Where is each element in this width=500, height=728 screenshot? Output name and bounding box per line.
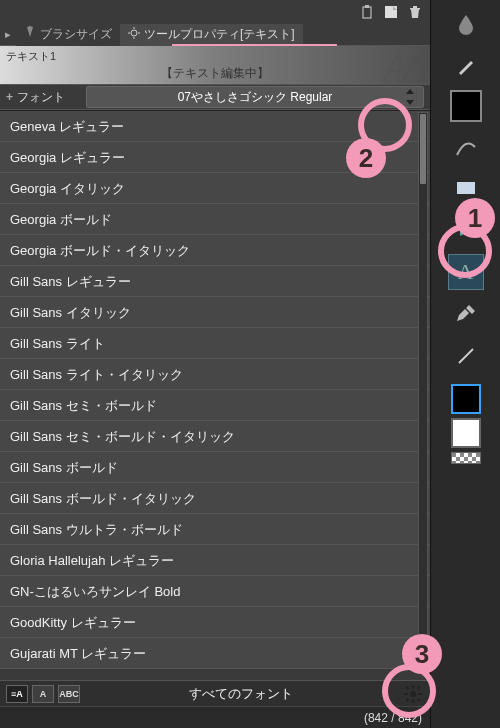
svg-rect-2 — [385, 6, 397, 18]
triangle-icon[interactable] — [446, 212, 486, 248]
secondary-color[interactable] — [451, 418, 481, 448]
view-mode-b-icon[interactable]: A — [32, 685, 54, 703]
svg-rect-15 — [406, 698, 410, 702]
clipboard-icon[interactable] — [358, 3, 376, 21]
decorative-a-icon: AA — [383, 44, 422, 92]
text-header: テキスト1 AA 【テキスト編集中】 — [0, 46, 430, 84]
water-icon[interactable] — [446, 6, 486, 42]
rect-tool-icon[interactable] — [446, 170, 486, 206]
font-stepper[interactable] — [406, 89, 420, 105]
primary-color[interactable] — [451, 384, 481, 414]
text-tool-icon[interactable]: A — [448, 254, 484, 290]
svg-rect-1 — [365, 5, 369, 8]
svg-line-18 — [459, 349, 473, 363]
font-item[interactable]: GN-こはるいろサンレイ Bold — [0, 576, 430, 607]
font-item[interactable]: Gill Sans ライト — [0, 328, 430, 359]
view-mode-a-icon[interactable]: ≡A — [6, 685, 28, 703]
font-item[interactable]: Gill Sans ウルトラ・ボールド — [0, 514, 430, 545]
stepper-down-icon[interactable] — [406, 100, 414, 105]
font-item[interactable]: Georgia ボールド・イタリック — [0, 235, 430, 266]
font-item[interactable]: GoodKitty レギュラー — [0, 607, 430, 638]
scrollbar-thumb[interactable] — [420, 114, 426, 184]
svg-rect-11 — [404, 693, 408, 695]
brush-icon — [24, 26, 36, 43]
all-fonts-label[interactable]: すべてのフォント — [84, 685, 398, 703]
font-label: + フォント — [0, 89, 80, 106]
font-list[interactable]: Geneva レギュラー Georgia レギュラー Georgia イタリック… — [0, 110, 430, 670]
svg-rect-17 — [457, 182, 475, 194]
note-icon[interactable] — [382, 3, 400, 21]
font-item[interactable]: Gujarati MT レギュラー — [0, 638, 430, 669]
svg-point-3 — [131, 30, 137, 36]
font-item[interactable]: Georgia レギュラー — [0, 142, 430, 173]
svg-rect-13 — [406, 686, 410, 690]
line-icon[interactable] — [446, 338, 486, 374]
trash-icon[interactable] — [406, 3, 424, 21]
svg-rect-12 — [418, 693, 422, 695]
curve-icon[interactable] — [446, 128, 486, 164]
font-item[interactable]: Georgia ボールド — [0, 204, 430, 235]
font-dropdown[interactable]: 07やさしさゴシック Regular — [86, 86, 424, 108]
svg-rect-14 — [417, 686, 421, 690]
font-item[interactable]: Gill Sans レギュラー — [0, 266, 430, 297]
svg-rect-9 — [412, 685, 414, 689]
foreground-color-swatch[interactable] — [450, 90, 482, 122]
font-item[interactable]: Georgia イタリック — [0, 173, 430, 204]
font-item[interactable]: Geneva レギュラー — [0, 111, 430, 142]
font-item[interactable]: Gill Sans ボールド・イタリック — [0, 483, 430, 514]
font-item[interactable]: Gloria Hallelujah レギュラー — [0, 545, 430, 576]
dropper-icon[interactable] — [446, 296, 486, 332]
svg-rect-10 — [412, 699, 414, 703]
font-count: (842 / 842) — [364, 711, 422, 725]
tab-tool-property[interactable]: ツールプロパティ[テキスト] — [120, 24, 303, 46]
font-item[interactable]: Gill Sans セミ・ボールド・イタリック — [0, 421, 430, 452]
stepper-up-icon[interactable] — [406, 89, 414, 94]
tab-label: ブラシサイズ — [40, 26, 112, 43]
status-bar: (842 / 842) — [0, 706, 430, 728]
editing-status: 【テキスト編集中】 — [0, 65, 430, 84]
gear-small-icon — [128, 27, 140, 42]
svg-rect-16 — [417, 698, 421, 702]
tab-brush-size[interactable]: ブラシサイズ — [16, 24, 120, 46]
tab-close-icon[interactable]: ▸ — [0, 28, 16, 41]
font-item[interactable]: Gill Sans イタリック — [0, 297, 430, 328]
svg-rect-0 — [363, 7, 371, 18]
font-item[interactable]: Gill Sans ライト・イタリック — [0, 359, 430, 390]
font-label-text: フォント — [17, 89, 65, 106]
text-title: テキスト1 — [6, 49, 56, 64]
view-mode-c-icon[interactable]: ABC — [58, 685, 80, 703]
font-item[interactable]: Gill Sans ボールド — [0, 452, 430, 483]
font-current-value: 07やさしさゴシック Regular — [178, 89, 333, 106]
tab-label: ツールプロパティ[テキスト] — [144, 26, 295, 43]
gear-button[interactable] — [402, 683, 424, 705]
font-list-scrollbar[interactable] — [418, 112, 428, 668]
transparent-color[interactable] — [451, 452, 481, 464]
font-item[interactable]: Gill Sans セミ・ボールド — [0, 390, 430, 421]
plus-icon[interactable]: + — [6, 90, 13, 104]
svg-point-8 — [410, 691, 416, 697]
brush-tool-icon[interactable] — [446, 48, 486, 84]
